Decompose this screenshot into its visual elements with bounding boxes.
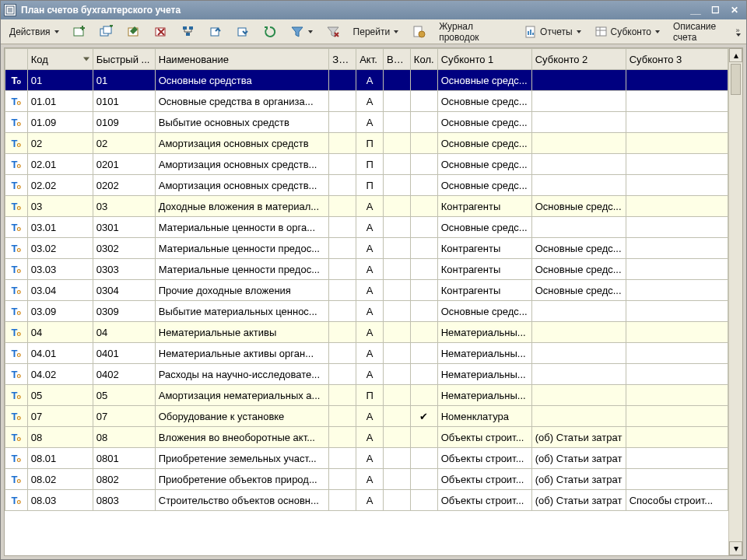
cell-sub2 bbox=[531, 301, 626, 322]
col-zab[interactable]: Заб. bbox=[329, 49, 356, 70]
edit-icon bbox=[127, 25, 141, 39]
col-sub1[interactable]: Субконто 1 bbox=[437, 49, 531, 70]
cell-sub3 bbox=[626, 238, 728, 259]
table-row[interactable]: Tо02.020202Амортизация основных средств.… bbox=[5, 175, 728, 196]
cell-zab bbox=[329, 322, 356, 343]
col-icon[interactable] bbox=[5, 49, 28, 70]
maximize-button[interactable]: ☐ bbox=[707, 3, 724, 17]
cell-val bbox=[384, 385, 411, 406]
cell-sub1: Основные средс... bbox=[437, 217, 531, 238]
minimize-button[interactable]: __ bbox=[687, 3, 704, 17]
move-down-button[interactable] bbox=[230, 23, 255, 41]
table-row[interactable]: Tо08.030803Строительство объектов основн… bbox=[5, 490, 728, 511]
cell-zab bbox=[329, 196, 356, 217]
cell-sub2 bbox=[531, 175, 626, 196]
table-row[interactable]: Tо0505Амортизация нематериальных а...ПНе… bbox=[5, 385, 728, 406]
refresh-button[interactable] bbox=[258, 23, 282, 41]
subkonto-menu[interactable]: Субконто bbox=[589, 23, 665, 41]
cell-quick: 0803 bbox=[93, 490, 155, 511]
cell-val bbox=[384, 469, 411, 490]
close-button[interactable]: ✕ bbox=[726, 3, 743, 17]
scroll-up-button[interactable]: ▴ bbox=[729, 48, 742, 62]
grid: Код Быстрый ... Наименование Заб. Акт. В… bbox=[4, 47, 743, 556]
cell-zab bbox=[329, 70, 356, 91]
caret-icon bbox=[394, 30, 398, 33]
table-row[interactable]: Tо0808Вложения во внеоборотные акт...АОб… bbox=[5, 427, 728, 448]
vertical-scrollbar[interactable]: ▴ ▾ bbox=[728, 48, 742, 555]
hierarchy-button[interactable] bbox=[176, 23, 201, 41]
toolbar-overflow[interactable]: » bbox=[732, 23, 743, 41]
cell-quick: 01 bbox=[93, 70, 155, 91]
table-row[interactable]: Tо0101Основные средстваАОсновные средс..… bbox=[5, 70, 728, 91]
cell-name: Приобретение объектов природ... bbox=[155, 469, 329, 490]
table-row[interactable]: Tо03.010301Материальные ценности в орга.… bbox=[5, 217, 728, 238]
cell-sub3 bbox=[626, 448, 728, 469]
table-row[interactable]: Tо03.040304Прочие доходные вложенияАКонт… bbox=[5, 280, 728, 301]
table-row[interactable]: Tо02.010201Амортизация основных средств.… bbox=[5, 154, 728, 175]
settings-button[interactable] bbox=[406, 23, 431, 41]
cell-kol bbox=[410, 364, 437, 385]
col-akt[interactable]: Акт. bbox=[356, 49, 384, 70]
col-name[interactable]: Наименование bbox=[155, 49, 329, 70]
edit-button[interactable] bbox=[121, 23, 146, 41]
table-row[interactable]: Tо03.030303Материальные ценности предос.… bbox=[5, 259, 728, 280]
cell-sub1: Контрагенты bbox=[437, 259, 531, 280]
col-quick[interactable]: Быстрый ... bbox=[93, 49, 155, 70]
cell-sub2: Основные средс... bbox=[531, 196, 626, 217]
table-row[interactable]: Tо01.090109Выбытие основных средствАОсно… bbox=[5, 112, 728, 133]
account-icon: Tо bbox=[10, 222, 23, 233]
table-row[interactable]: Tо03.020302Материальные ценности предос.… bbox=[5, 238, 728, 259]
table-row[interactable]: Tо01.010101Основные средства в организа.… bbox=[5, 91, 728, 112]
col-sub2[interactable]: Субконто 2 bbox=[531, 49, 626, 70]
col-code[interactable]: Код bbox=[27, 49, 93, 70]
col-sub3[interactable]: Субконто 3 bbox=[626, 49, 728, 70]
cell-sub2 bbox=[531, 322, 626, 343]
cell-sub1: Нематериальны... bbox=[437, 385, 531, 406]
cell-code: 03.04 bbox=[27, 280, 93, 301]
cell-code: 01 bbox=[27, 70, 93, 91]
cell-zab bbox=[329, 217, 356, 238]
chevron-right-icon: » bbox=[735, 27, 739, 33]
cell-name: Амортизация основных средств bbox=[155, 133, 329, 154]
cell-kol bbox=[410, 70, 437, 91]
cell-sub1: Нематериальны... bbox=[437, 343, 531, 364]
table-row[interactable]: Tо08.010801Приобретение земельных участ.… bbox=[5, 448, 728, 469]
cell-sub1: Основные средс... bbox=[437, 112, 531, 133]
scroll-down-button[interactable]: ▾ bbox=[729, 541, 742, 555]
table-row[interactable]: Tо0303Доходные вложения в материал...АКо… bbox=[5, 196, 728, 217]
cell-sub1: Объекты строит... bbox=[437, 448, 531, 469]
cell-sub3: Способы строит... bbox=[626, 490, 728, 511]
table-row[interactable]: Tо03.090309Выбытие материальных ценнос..… bbox=[5, 301, 728, 322]
table-row[interactable]: Tо0707Оборудование к установкеА✔Номенкла… bbox=[5, 406, 728, 427]
cell-kol bbox=[410, 490, 437, 511]
col-kol[interactable]: Кол. bbox=[410, 49, 437, 70]
table-row[interactable]: Tо04.010401Нематериальные активы орган..… bbox=[5, 343, 728, 364]
goto-menu[interactable]: Перейти bbox=[348, 23, 405, 41]
cell-kol bbox=[410, 91, 437, 112]
move-up-button[interactable] bbox=[203, 23, 228, 41]
reports-menu[interactable]: Отчеты bbox=[518, 23, 586, 41]
add-button[interactable] bbox=[67, 23, 92, 41]
journal-button[interactable]: Журнал проводок bbox=[433, 23, 516, 41]
row-icon-cell: Tо bbox=[5, 217, 28, 238]
table-row[interactable]: Tо08.020802Приобретение объектов природ.… bbox=[5, 469, 728, 490]
clear-filter-button[interactable] bbox=[321, 23, 345, 41]
col-val[interactable]: Вал. bbox=[384, 49, 411, 70]
scroll-thumb[interactable] bbox=[731, 64, 741, 95]
cell-sub2 bbox=[531, 406, 626, 427]
table-row[interactable]: Tо04.020402Расходы на научно-исследовате… bbox=[5, 364, 728, 385]
cell-sub2 bbox=[531, 91, 626, 112]
filter-button[interactable] bbox=[285, 23, 318, 41]
cell-kol bbox=[410, 112, 437, 133]
cell-quick: 0802 bbox=[93, 469, 155, 490]
actions-menu[interactable]: Действия bbox=[4, 23, 65, 41]
cell-kol bbox=[410, 343, 437, 364]
cell-quick: 03 bbox=[93, 196, 155, 217]
delete-button[interactable] bbox=[149, 23, 174, 41]
cell-akt: А bbox=[356, 280, 384, 301]
table-row[interactable]: Tо0404Нематериальные активыАНематериальн… bbox=[5, 322, 728, 343]
table-row[interactable]: Tо0202Амортизация основных средствПОснов… bbox=[5, 133, 728, 154]
add-copy-button[interactable] bbox=[94, 23, 119, 41]
cell-name: Материальные ценности предос... bbox=[155, 259, 329, 280]
cell-zab bbox=[329, 469, 356, 490]
